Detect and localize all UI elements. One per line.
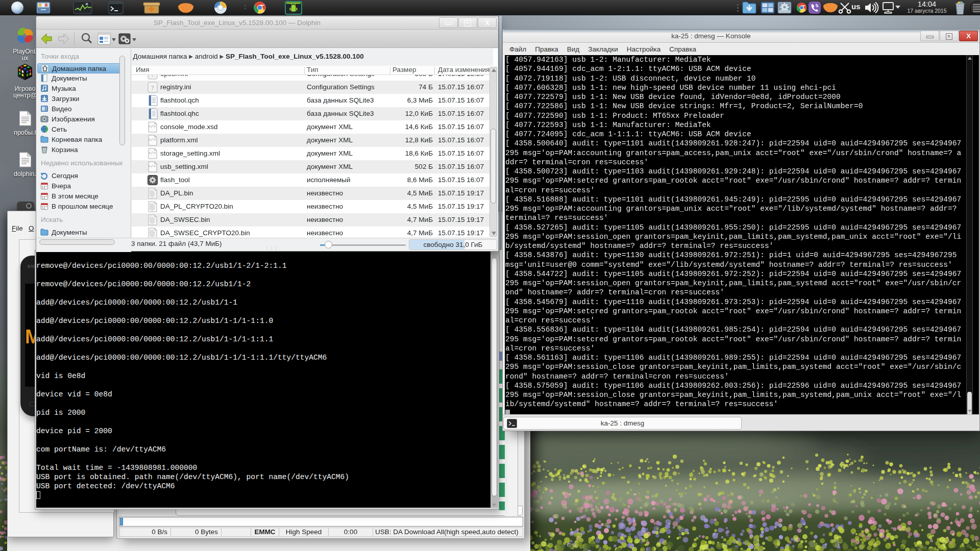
svg-text:</>: </> [149, 164, 156, 168]
svg-text:</>: </> [149, 124, 156, 129]
svg-text:?: ? [151, 84, 154, 91]
svg-text:</>: </> [149, 151, 156, 155]
svg-text:</>: </> [149, 137, 156, 142]
